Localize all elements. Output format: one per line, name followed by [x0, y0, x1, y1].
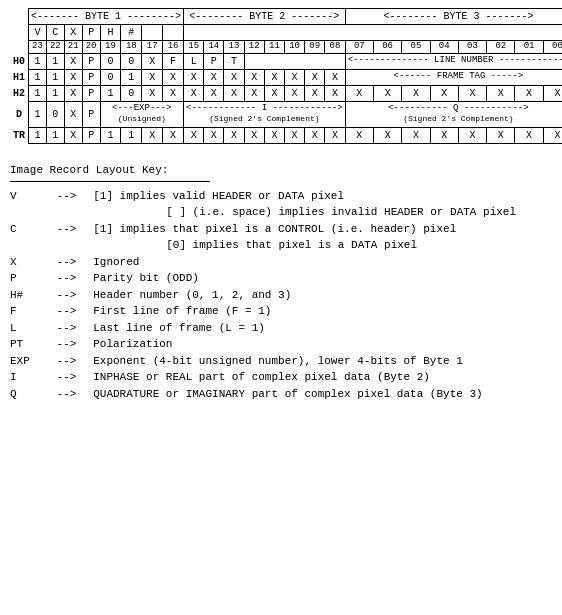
h2-b2-0: X [184, 85, 204, 101]
h1-b2-1: X [204, 69, 224, 85]
key-desc-v2: [ ] (i.e. space) implies invalid HEADER … [166, 206, 516, 218]
bit-11: 11 [264, 41, 284, 54]
d-b1-0: 1 [29, 101, 47, 127]
d-b1-2: X [64, 101, 82, 127]
h2-b1-7: X [163, 85, 184, 101]
tr-b2-5: X [284, 128, 304, 144]
key-arrow-c: --> [57, 221, 87, 238]
key-title: Image Record Layout Key: [10, 162, 552, 179]
h0-b1-4: 0 [100, 53, 121, 69]
h0-b1-0: 1 [29, 53, 47, 69]
bit-09: 09 [305, 41, 325, 54]
bit-19: 19 [100, 41, 121, 54]
bit-02: 02 [487, 41, 515, 54]
bit-16: 16 [163, 41, 184, 54]
key-abbr-f: F [10, 303, 50, 320]
tr-b1-5: 1 [121, 128, 142, 144]
h1-b1-2: X [64, 69, 82, 85]
key-arrow-q: --> [57, 386, 87, 403]
bit-13: 13 [224, 41, 244, 54]
key-desc-c2: [0] implies that pixel is a DATA pixel [166, 239, 417, 251]
tr-b2-6: X [305, 128, 325, 144]
key-arrow-pt: --> [57, 336, 87, 353]
h0-b1-6: X [142, 53, 163, 69]
d-exp-label: <---EXP--->(Unsigned) [100, 101, 183, 127]
key-abbr-p: P [10, 270, 50, 287]
key-item-f: F --> First line of frame (F = 1) [10, 303, 552, 320]
tr-b1-1: 1 [46, 128, 64, 144]
byte1-header: <------- BYTE 1 --------> [29, 9, 184, 25]
key-arrow-p: --> [57, 270, 87, 287]
tr-b2-2: X [224, 128, 244, 144]
h2-b2-3: X [244, 85, 264, 101]
h1-b2-5: X [284, 69, 304, 85]
key-arrow-exp: --> [57, 353, 87, 370]
bit-23: 23 [29, 41, 47, 54]
key-desc-pt: Polarization [93, 338, 172, 350]
key-arrow-i: --> [57, 369, 87, 386]
tr-b2-4: X [264, 128, 284, 144]
tr-b3-2: X [402, 128, 430, 144]
key-item-x: X --> Ignored [10, 254, 552, 271]
h0-line-number: <-------------- LINE NUMBER ------------… [345, 53, 562, 69]
key-desc-i: INPHASE or REAL part of complex pixel da… [93, 371, 430, 383]
key-item-v: V --> [1] implies valid HEADER or DATA p… [10, 188, 552, 205]
h2-b1-2: X [64, 85, 82, 101]
h2-label: H2 [10, 85, 29, 101]
tr-b1-6: X [142, 128, 163, 144]
h2-b2-1: X [204, 85, 224, 101]
bit-08: 08 [325, 41, 345, 54]
tr-b2-0: X [184, 128, 204, 144]
tr-label: TR [10, 128, 29, 144]
tr-b3-3: X [430, 128, 458, 144]
tr-b3-7: X [543, 128, 562, 144]
p-cell: P [82, 25, 100, 41]
h2-b1-3: P [82, 85, 100, 101]
h1-b2-3: X [244, 69, 264, 85]
key-abbr-exp: EXP [10, 353, 50, 370]
tr-b2-7: X [325, 128, 345, 144]
d-label: D [10, 101, 29, 127]
bit-14: 14 [204, 41, 224, 54]
h2-b3-1: X [373, 85, 401, 101]
main-table: <------- BYTE 1 --------> <-------- BYTE… [10, 8, 552, 144]
key-item-q: Q --> QUADRATURE or IMAGINARY part of co… [10, 386, 552, 403]
key-arrow-f: --> [57, 303, 87, 320]
bit-10: 10 [284, 41, 304, 54]
bit-12: 12 [244, 41, 264, 54]
byte2-header: <-------- BYTE 2 -------> [184, 9, 346, 25]
h1-b1-5: 1 [121, 69, 142, 85]
key-item-l: L --> Last line of frame (L = 1) [10, 320, 552, 337]
key-abbr-c: C [10, 221, 50, 238]
h0-b1-5: 0 [121, 53, 142, 69]
h0-row: H0 1 1 X P 0 0 X F L P T <--------------… [10, 53, 562, 69]
h1-b2-7: X [325, 69, 345, 85]
h1-b1-6: X [142, 69, 163, 85]
h2-b1-0: 1 [29, 85, 47, 101]
key-abbr-x: X [10, 254, 50, 271]
h2-b1-5: 0 [121, 85, 142, 101]
key-abbr-q: Q [10, 386, 50, 403]
empty2 [163, 25, 184, 41]
tr-b3-1: X [373, 128, 401, 144]
h0-b1-7: F [163, 53, 184, 69]
key-item-v2: [ ] (i.e. space) implies invalid HEADER … [10, 204, 552, 221]
h0-b1-1: 1 [46, 53, 64, 69]
key-item-i: I --> INPHASE or REAL part of complex pi… [10, 369, 552, 386]
key-abbr-l: L [10, 320, 50, 337]
h1-b2-0: X [184, 69, 204, 85]
d-b1-1: 0 [46, 101, 64, 127]
h1-b2-4: X [264, 69, 284, 85]
bit-01: 01 [515, 41, 543, 54]
h2-b3-5: X [487, 85, 515, 101]
h1-b2-6: X [305, 69, 325, 85]
h0-b2-1: P [204, 53, 224, 69]
key-abbr-h: H# [10, 287, 50, 304]
key-item-h: H# --> Header number (0, 1, 2, and 3) [10, 287, 552, 304]
h1-b1-0: 1 [29, 69, 47, 85]
key-desc-l: Last line of frame (L = 1) [93, 322, 265, 334]
h1-b1-4: 0 [100, 69, 121, 85]
h2-b1-6: X [142, 85, 163, 101]
tr-b2-1: X [204, 128, 224, 144]
key-abbr-v: V [10, 188, 50, 205]
